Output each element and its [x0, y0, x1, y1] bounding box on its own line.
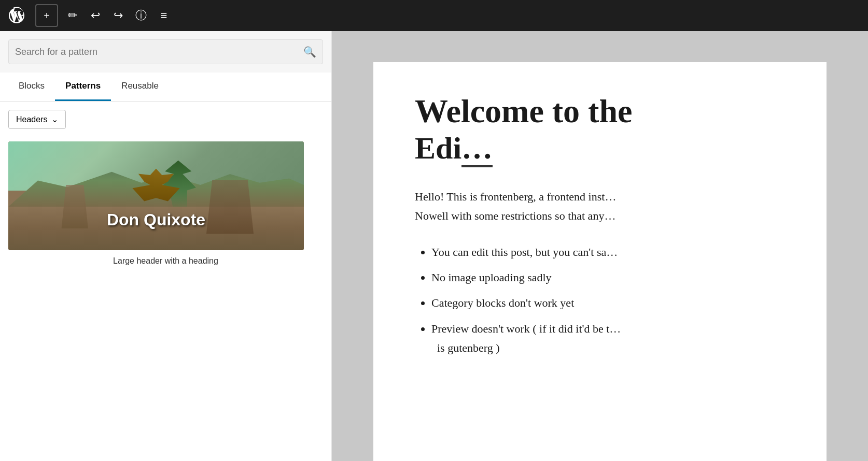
pattern-caption: Large header with a heading — [8, 250, 323, 272]
patterns-list: Don Quixote Large header with a heading — [0, 137, 331, 280]
search-icon[interactable]: 🔍 — [303, 46, 316, 58]
headers-label: Headers — [16, 115, 47, 124]
tab-reusable[interactable]: Reusable — [111, 73, 169, 101]
chevron-down-icon: ⌄ — [51, 114, 58, 124]
menu-icon: ≡ — [161, 9, 167, 22]
headers-dropdown[interactable]: Headers ⌄ — [8, 110, 66, 129]
list-item: No image uploading sadly — [431, 268, 785, 287]
info-button[interactable]: ⓘ — [131, 5, 151, 26]
main-layout: 🔍 Blocks Patterns Reusable Headers ⌄ — [0, 31, 868, 461]
content-title: Welcome to the Edi… — [415, 93, 785, 166]
search-box: 🔍 — [8, 39, 323, 64]
undo-icon: ↩ — [91, 9, 100, 22]
content-area: Welcome to the Edi… Hello! This is front… — [373, 62, 827, 461]
pattern-image: Don Quixote — [8, 141, 304, 250]
add-block-button[interactable]: + — [35, 4, 58, 27]
list-item: You can edit this post, but you can't sa… — [431, 242, 785, 262]
tab-patterns[interactable]: Patterns — [55, 73, 111, 101]
search-container: 🔍 — [0, 31, 331, 73]
painting-background — [8, 141, 304, 250]
content-subtitle: Edi… — [415, 131, 493, 167]
undo-button[interactable]: ↩ — [85, 5, 106, 26]
redo-icon: ↪ — [114, 9, 123, 22]
list-item: Category blocks don't work yet — [431, 293, 785, 312]
redo-button[interactable]: ↪ — [108, 5, 129, 26]
filter-row: Headers ⌄ — [0, 102, 331, 137]
toolbar: + ✏ ↩ ↪ ⓘ ≡ — [0, 0, 868, 31]
search-input[interactable] — [15, 47, 303, 57]
wp-logo[interactable] — [4, 0, 29, 31]
menu-button[interactable]: ≡ — [153, 5, 174, 26]
tab-blocks[interactable]: Blocks — [8, 73, 55, 101]
content-body: Hello! This is frontenberg, a frontend i… — [415, 187, 785, 226]
content-list: You can edit this post, but you can't sa… — [415, 242, 785, 358]
tabs-container: Blocks Patterns Reusable — [0, 73, 331, 102]
pattern-card-don-quixote[interactable]: Don Quixote Large header with a heading — [8, 141, 323, 272]
edit-icon: ✏ — [68, 9, 77, 22]
edit-button[interactable]: ✏ — [62, 5, 83, 26]
right-panel: Welcome to the Edi… Hello! This is front… — [332, 31, 868, 461]
pattern-title-overlay: Don Quixote — [8, 210, 304, 229]
info-icon: ⓘ — [135, 8, 147, 23]
list-item: Preview doesn't work ( if it did it'd be… — [431, 319, 785, 358]
left-panel: 🔍 Blocks Patterns Reusable Headers ⌄ — [0, 31, 332, 461]
